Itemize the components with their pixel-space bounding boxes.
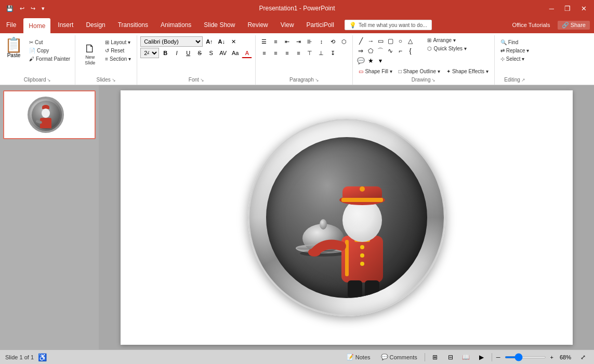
text-shadow-button[interactable]: S bbox=[206, 48, 216, 58]
triangle-shape[interactable]: △ bbox=[405, 36, 415, 46]
save-qat-button[interactable]: 💾 bbox=[4, 4, 16, 13]
brace-shape[interactable]: { bbox=[405, 46, 415, 56]
menu-design[interactable]: Design bbox=[80, 17, 111, 33]
line-spacing-button[interactable]: ↕ bbox=[316, 36, 326, 47]
main-canvas[interactable] bbox=[99, 85, 594, 349]
italic-button[interactable]: I bbox=[171, 48, 182, 58]
change-case-button[interactable]: Aa bbox=[230, 48, 241, 58]
right-arrow-shape[interactable]: ⇒ bbox=[356, 46, 365, 56]
zoom-slider[interactable] bbox=[505, 356, 546, 358]
fit-to-window-button[interactable]: ⤢ bbox=[577, 352, 589, 362]
menu-view[interactable]: View bbox=[274, 17, 300, 33]
columns-button[interactable]: ⊪ bbox=[305, 36, 315, 47]
customize-qat-button[interactable]: ▾ bbox=[39, 4, 47, 13]
menu-review[interactable]: Review bbox=[241, 17, 274, 33]
bracket-shape[interactable]: ⌐ bbox=[395, 46, 405, 56]
new-slide-button[interactable]: 🗋 NewSlide bbox=[78, 36, 101, 73]
normal-view-button[interactable]: ⊞ bbox=[429, 352, 441, 362]
bellhop-container[interactable] bbox=[248, 119, 445, 316]
menu-file[interactable]: File bbox=[0, 17, 22, 33]
redo-qat-button[interactable]: ↪ bbox=[29, 4, 37, 13]
slides-expand[interactable]: ↘ bbox=[112, 77, 116, 83]
arc-shape[interactable]: ⌒ bbox=[376, 46, 385, 56]
font-family-select[interactable]: Calibri (Body) bbox=[140, 36, 203, 47]
menu-insert[interactable]: Insert bbox=[51, 17, 80, 33]
reset-button[interactable]: ↺ Reset bbox=[102, 47, 134, 55]
align-right-button[interactable]: ≡ bbox=[282, 48, 292, 58]
decrease-indent-button[interactable]: ⇤ bbox=[282, 36, 292, 47]
align-bottom-button[interactable]: ↧ bbox=[327, 48, 338, 58]
shape-fill-button[interactable]: ▭ Shape Fill ▾ bbox=[356, 68, 394, 75]
rect-shape[interactable]: ▭ bbox=[376, 36, 385, 46]
font-size-decrease[interactable]: A↓ bbox=[216, 36, 227, 47]
numbering-button[interactable]: ≡ bbox=[270, 36, 281, 47]
callout-shape[interactable]: 💬 bbox=[356, 56, 365, 65]
clipboard-expand[interactable]: ↘ bbox=[47, 77, 51, 83]
increase-indent-button[interactable]: ⇥ bbox=[293, 36, 303, 47]
pentagon-shape[interactable]: ⬠ bbox=[366, 46, 375, 56]
office-tutorials-link[interactable]: Office Tutorials bbox=[509, 21, 553, 29]
more-shapes[interactable]: ▾ bbox=[376, 56, 385, 65]
editing-expand[interactable]: ↗ bbox=[521, 77, 525, 83]
notes-button[interactable]: 📝 Notes bbox=[344, 353, 374, 361]
restore-button[interactable]: ❐ bbox=[561, 4, 574, 14]
format-painter-button[interactable]: 🖌 Format Painter bbox=[27, 55, 73, 63]
font-color-button[interactable]: A bbox=[242, 48, 252, 58]
zoom-in-button[interactable]: + bbox=[550, 354, 553, 360]
select-button[interactable]: ⊹ Select ▾ bbox=[498, 55, 532, 63]
quick-styles-button[interactable]: ⬡ Quick Styles ▾ bbox=[425, 45, 469, 52]
font-expand[interactable]: ↘ bbox=[200, 77, 204, 83]
align-left-button[interactable]: ≡ bbox=[259, 48, 269, 58]
minimize-button[interactable]: ─ bbox=[546, 4, 557, 14]
bullets-button[interactable]: ☰ bbox=[259, 36, 269, 47]
justify-button[interactable]: ≡ bbox=[293, 48, 303, 58]
bold-button[interactable]: B bbox=[160, 48, 170, 58]
menu-animations[interactable]: Animations bbox=[154, 17, 197, 33]
clear-formatting[interactable]: ✕ bbox=[228, 36, 239, 47]
shape-effects-button[interactable]: ✦ Shape Effects ▾ bbox=[444, 68, 491, 75]
accessibility-icon[interactable]: ♿ bbox=[38, 353, 47, 361]
line-shape[interactable]: ╱ bbox=[356, 36, 365, 46]
paragraph-expand[interactable]: ↘ bbox=[315, 77, 319, 83]
replace-button[interactable]: ⇄ Replace ▾ bbox=[498, 47, 532, 55]
tell-me-box[interactable]: 💡 Tell me what you want to do... bbox=[345, 20, 432, 30]
find-button[interactable]: 🔍 Find bbox=[498, 38, 532, 46]
slide-sorter-button[interactable]: ⊟ bbox=[445, 352, 456, 362]
arrow-shape[interactable]: → bbox=[366, 36, 375, 46]
paste-button[interactable]: 📋 Paste bbox=[2, 36, 25, 60]
undo-qat-button[interactable]: ↩ bbox=[18, 4, 27, 13]
arrange-button[interactable]: ⊞ Arrange ▾ bbox=[425, 36, 469, 44]
rounded-rect-shape[interactable]: ▢ bbox=[386, 36, 395, 46]
align-middle-button[interactable]: ⊥ bbox=[316, 48, 326, 58]
font-size-increase[interactable]: A↑ bbox=[204, 36, 215, 47]
menu-home[interactable]: Home bbox=[23, 18, 50, 33]
menu-slideshow[interactable]: Slide Show bbox=[197, 17, 241, 33]
convert-smartart-button[interactable]: ⬡ bbox=[339, 36, 349, 47]
layout-button[interactable]: ⊞ Layout ▾ bbox=[102, 38, 134, 46]
comments-button[interactable]: 💬 Comments bbox=[378, 353, 420, 361]
shape-outline-button[interactable]: □ Shape Outline ▾ bbox=[396, 68, 443, 75]
menu-transitions[interactable]: Transitions bbox=[112, 17, 154, 33]
copy-button[interactable]: 📄 Copy bbox=[27, 47, 73, 55]
text-direction-button[interactable]: ⟲ bbox=[327, 36, 338, 47]
slide-show-button[interactable]: ▶ bbox=[476, 352, 487, 362]
strikethrough-button[interactable]: S bbox=[194, 48, 205, 58]
share-button[interactable]: 🔗 Share bbox=[558, 21, 590, 30]
reading-view-button[interactable]: 📖 bbox=[460, 352, 472, 362]
oval-shape[interactable]: ○ bbox=[395, 36, 405, 46]
slide-canvas[interactable] bbox=[121, 90, 573, 345]
zoom-out-button[interactable]: ─ bbox=[496, 354, 500, 360]
drawing-expand[interactable]: ↘ bbox=[431, 77, 435, 83]
curve-shape[interactable]: ∿ bbox=[386, 46, 395, 56]
underline-button[interactable]: U bbox=[183, 48, 193, 58]
align-center-button[interactable]: ≡ bbox=[270, 48, 281, 58]
menu-participoll[interactable]: ParticiPoll bbox=[300, 17, 340, 33]
font-size-select[interactable]: 24 bbox=[140, 48, 159, 58]
zoom-level-label[interactable]: 68% bbox=[558, 354, 573, 360]
close-button[interactable]: ✕ bbox=[578, 4, 590, 14]
cut-button[interactable]: ✂ Cut bbox=[27, 38, 73, 46]
star-shape[interactable]: ★ bbox=[366, 56, 375, 65]
char-spacing-button[interactable]: AV bbox=[217, 48, 229, 58]
section-button[interactable]: ≡ Section ▾ bbox=[102, 55, 134, 63]
slide-thumbnail-1[interactable]: 1 bbox=[3, 90, 96, 139]
